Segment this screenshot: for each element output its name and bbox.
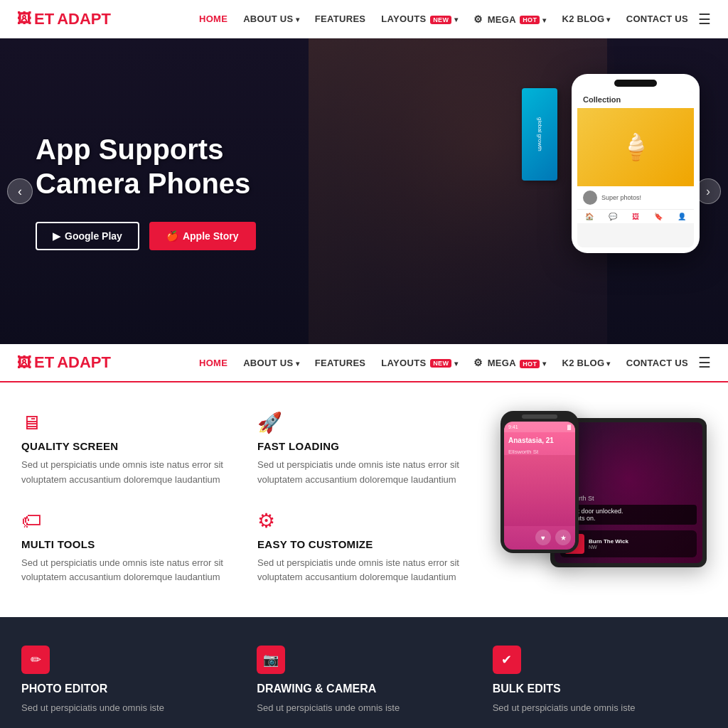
phone-nav-gallery: 🖼 [632,213,639,220]
dark-feature-bulk: ✔ BULK EDITS Sed ut perspiciatis unde om… [493,646,707,716]
feature-customize: ⚙ EASY TO CUSTOMIZE Sed ut perspiciatis … [257,509,479,586]
phone2-topbar: 9:41 ▓ [504,422,575,432]
logo2-adapt: ADAPT [57,353,111,372]
phone-collection-header: Collection [577,91,694,108]
hamburger-icon[interactable]: ☰ [698,11,711,28]
nav2-features[interactable]: FEATURES [309,355,372,371]
dark-drawing-text: Sed ut perspiciatis unde omnis iste [257,701,471,716]
features-devices: Ellsworth St Front door unlocked. 8 ligh… [493,411,707,596]
nav-k2blog[interactable]: K2 BLOG [556,11,616,27]
nav2-k2blog[interactable]: K2 BLOG [556,355,616,371]
dark-bulk-title: BULK EDITS [493,682,707,695]
feature-tools-text: Sed ut perspiciatis unde omnis iste natu… [21,556,243,586]
device-container: Ellsworth St Front door unlocked. 8 ligh… [493,411,707,596]
feature-fast-text: Sed ut perspiciatis unde omnis iste natu… [257,458,479,488]
dark-feature-drawing: 📷 DRAWING & CAMERA Sed ut perspiciatis u… [257,646,471,716]
feature-fast-loading: 🚀 FAST LOADING Sed ut perspiciatis unde … [257,411,479,488]
feature-customize-text: Sed ut perspiciatis unde omnis iste natu… [257,556,479,586]
phone2-notch [522,414,557,419]
tablet-caption-text2: 8 lights on. [564,515,692,522]
hero-book-card: global growth [522,88,557,181]
feature-customize-title: EASY TO CUSTOMIZE [257,538,479,550]
photo-editor-icon: ✏ [21,646,50,674]
apple-story-button[interactable]: 🍎 Apple Story [149,222,256,250]
dark-drawing-title: DRAWING & CAMERA [257,682,471,695]
apple-icon: 🍎 [166,230,178,242]
dark-photo-title: PHOTO EDITOR [21,682,235,695]
phone-mockup2: 9:41 ▓ Anastasia, 21 Ellsworth St ♥ ★ [500,411,579,553]
tag-icon: 🏷 [21,509,243,532]
hero-buttons: ▶ Google Play 🍎 Apple Story [36,222,256,250]
google-play-icon: ▶ [53,230,60,242]
google-play-button[interactable]: ▶ Google Play [36,222,139,250]
navbar-scrolled: 🖼 ET ADAPT HOME ABOUT US FEATURES LAYOUT… [0,344,728,382]
dark-bulk-text: Sed ut perspiciatis unde omnis iste [493,701,707,716]
nav2-home[interactable]: HOME [193,355,233,371]
nav2-contact[interactable]: CONTACT US [621,355,694,371]
phone-avatar [583,191,597,205]
nav2-mega[interactable]: ⚙ MEGA HOT ▾ [468,354,552,371]
feature-quality-screen: 🖥 QUALITY SCREEN Sed ut perspiciatis und… [21,411,243,488]
logo2[interactable]: 🖼 ET ADAPT [17,353,111,372]
phone-comment: Super photos! [577,186,694,209]
nav-mega[interactable]: ⚙ MEGA HOT ▾ [468,11,552,28]
phone2-name: Anastasia, 21 [504,432,575,449]
rocket-icon: 🚀 [257,411,479,434]
gear-icon: ⚙ [257,509,479,532]
hero-title: App Supports Camera Phones [36,132,256,200]
camera-icon: 📷 [257,646,285,674]
star-icon[interactable]: ★ [555,530,571,545]
logo-icon: 🖼 [17,11,31,27]
logo-adapt: ADAPT [57,10,111,28]
nav-contact[interactable]: CONTACT US [621,11,694,27]
phone-screen2: 9:41 ▓ Anastasia, 21 Ellsworth St ♥ ★ [504,422,575,550]
ice-cream-emoji: 🍦 [620,132,652,162]
phone-image-area: 🍦 [577,108,694,186]
features-section: 🖥 QUALITY SCREEN Sed ut perspiciatis und… [0,382,728,617]
hamburger-icon2[interactable]: ☰ [698,354,711,371]
feature-fast-title: FAST LOADING [257,440,479,452]
phone-screen: Collection 🍦 Super photos! 🏠 💬 🖼 🔖 👤 [577,91,694,247]
music-card: 🎵 Burn The Wick NW [560,530,697,557]
logo[interactable]: 🖼 ET ADAPT [17,10,111,28]
checkmark-icon: ✔ [493,646,521,674]
hero-phone-mockup: Collection 🍦 Super photos! 🏠 💬 🖼 🔖 👤 [529,74,700,253]
tablet-caption: Front door unlocked. 8 lights on. [560,505,697,525]
nav2-layouts[interactable]: LAYOUTS NEW ▾ [375,355,464,371]
feature-tools-title: MULTI TOOLS [21,538,243,550]
heart-icon[interactable]: ♥ [535,530,551,545]
hero-section: ‹ App Supports Camera Phones ▶ Google Pl… [0,38,728,344]
badge-hot: HOT [520,16,540,24]
features-grid: 🖥 QUALITY SCREEN Sed ut perspiciatis und… [21,411,479,585]
badge-hot2: HOT [520,360,540,368]
phone-nav-bar: 🏠 💬 🖼 🔖 👤 [577,209,694,223]
phone-nav-chat: 💬 [609,213,617,220]
nav-home[interactable]: HOME [193,11,233,27]
nav-layouts[interactable]: LAYOUTS NEW ▾ [375,11,464,27]
phone2-action-icons: ♥ ★ [535,530,571,545]
tablet-location: Ellsworth St [560,495,697,502]
phone-nav-home: 🏠 [585,213,594,220]
badge-new2: NEW [430,359,451,368]
navbar-top: 🖼 ET ADAPT HOME ABOUT US FEATURES LAYOUT… [0,0,728,38]
logo-et: ET [34,10,54,28]
phone-nav-profile: 👤 [678,213,686,220]
music-title: Burn The Wick [589,538,628,545]
dark-features-section: ✏ PHOTO EDITOR Sed ut perspiciatis unde … [0,617,728,728]
dark-photo-text: Sed ut perspiciatis unde omnis iste [21,701,235,716]
hero-prev-button[interactable]: ‹ [7,178,33,204]
music-artist: NW [589,545,628,550]
nav2-about[interactable]: ABOUT US [237,355,305,371]
phone-notch [614,80,657,87]
feature-multi-tools: 🏷 MULTI TOOLS Sed ut perspiciatis unde o… [21,509,243,586]
phone-frame: Collection 🍦 Super photos! 🏠 💬 🖼 🔖 👤 [572,74,700,253]
feature-quality-title: QUALITY SCREEN [21,440,243,452]
nav-links2: HOME ABOUT US FEATURES LAYOUTS NEW ▾ ⚙ M… [193,354,711,371]
feature-quality-text: Sed ut perspiciatis unde omnis iste natu… [21,458,243,488]
nav-features[interactable]: FEATURES [309,11,372,27]
logo2-et: ET [34,353,54,372]
nav-about[interactable]: ABOUT US [237,11,305,27]
phone-nav-read: 🔖 [654,213,663,220]
phone2-photo-area [504,455,575,526]
dark-feature-photo: ✏ PHOTO EDITOR Sed ut perspiciatis unde … [21,646,235,716]
